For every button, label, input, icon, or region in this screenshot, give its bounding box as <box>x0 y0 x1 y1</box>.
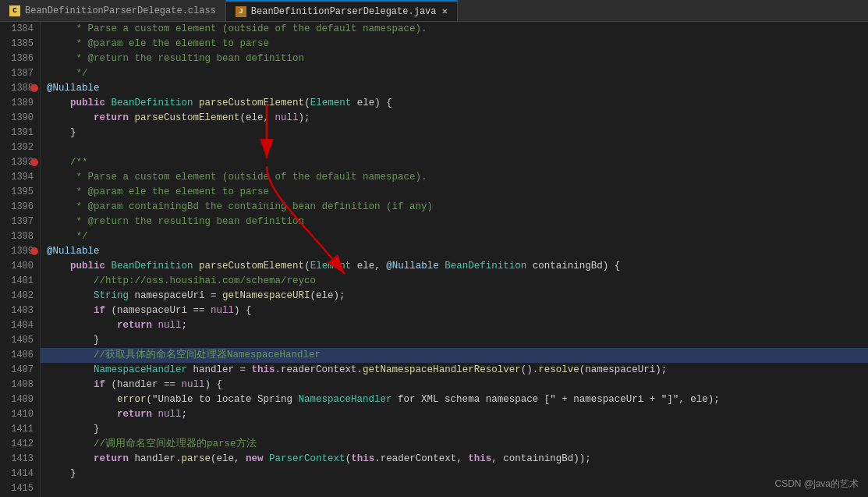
java-tab-icon: J <box>236 6 246 17</box>
class-tab[interactable]: C BeanDefinitionParserDelegate.class <box>0 0 226 21</box>
code-line: return handler.parse(ele, new ParserCont… <box>41 452 868 467</box>
code-line: return parseCustomElement(ele, null); <box>41 111 868 126</box>
line-numbers: 1384138513861387138813891390139113921393… <box>0 22 41 497</box>
code-line: * Parse a custom element (outside of the… <box>41 170 868 185</box>
java-tab-label: BeanDefinitionParserDelegate.java ✕ <box>251 5 448 17</box>
code-content[interactable]: * Parse a custom element (outside of the… <box>41 22 868 497</box>
tab-bar: C BeanDefinitionParserDelegate.class J B… <box>0 0 868 22</box>
code-line: //http://oss.housihai.com/schema/reyco <box>41 274 868 289</box>
code-line: NamespaceHandler handler = this.readerCo… <box>41 363 868 378</box>
code-line: return null; <box>41 407 868 422</box>
code-line: * @return the resulting bean definition <box>41 215 868 229</box>
code-line <box>41 481 868 496</box>
watermark: CSDN @java的艺术 <box>774 477 859 491</box>
class-tab-label: BeanDefinitionParserDelegate.class <box>25 5 216 16</box>
code-line: return null; <box>41 318 868 333</box>
code-line: public BeanDefinition parseCustomElement… <box>41 96 868 111</box>
code-line: } <box>41 126 868 140</box>
code-line: * @param containingBd the containing bea… <box>41 200 868 215</box>
code-line: * @return the resulting bean definition <box>41 51 868 66</box>
code-line <box>41 140 868 155</box>
code-line: * Parse a custom element (outside of the… <box>41 22 868 37</box>
code-line: * @param ele the element to parse <box>41 37 868 51</box>
code-line: * @param ele the element to parse <box>41 185 868 200</box>
code-line: String namespaceUri = getNamespaceURI(el… <box>41 289 868 304</box>
code-line: //获取具体的命名空间处理器NamespaceHandler <box>41 348 868 363</box>
code-line: } <box>41 467 868 481</box>
code-line: /** <box>41 155 868 170</box>
code-line: } <box>41 333 868 348</box>
class-tab-icon: C <box>9 5 20 16</box>
code-line: } <box>41 422 868 437</box>
code-line: if (namespaceUri == null) { <box>41 304 868 318</box>
code-line: error("Unable to locate Spring Namespace… <box>41 392 868 407</box>
code-line: //调用命名空间处理器的parse方法 <box>41 437 868 452</box>
code-line: @Nullable <box>41 81 868 96</box>
java-tab[interactable]: J BeanDefinitionParserDelegate.java ✕ <box>226 0 458 21</box>
code-line: */ <box>41 66 868 81</box>
code-area: 1384138513861387138813891390139113921393… <box>0 22 868 497</box>
code-line: if (handler == null) { <box>41 378 868 392</box>
code-line: @Nullable <box>41 244 868 259</box>
code-line: public BeanDefinition parseCustomElement… <box>41 259 868 274</box>
code-line: */ <box>41 229 868 244</box>
